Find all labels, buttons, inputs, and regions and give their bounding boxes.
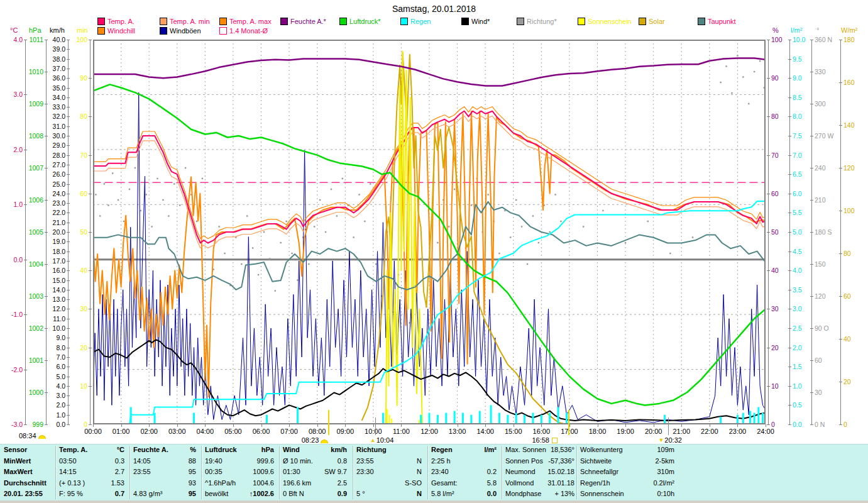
x-axis-label: 02:00	[140, 428, 158, 435]
axis-tick-label: 7.5	[793, 133, 802, 140]
axis-tick-label: 37.0	[41, 65, 65, 72]
axis-tick-label: 1.0	[793, 383, 802, 390]
legend-item-regen: Regen	[400, 18, 431, 25]
legend-label: Luftdruck*	[349, 18, 381, 25]
axis-tick	[67, 165, 70, 165]
table-row: Max. Sonnen18,536°	[505, 445, 574, 456]
series-regen-balken	[549, 413, 551, 424]
table-cell-value: °C	[117, 445, 124, 456]
table-cell-label: Vollmond	[505, 478, 534, 489]
x-axis-label: 18:00	[589, 428, 607, 435]
legend-label: 1.4 Monat-Ø	[229, 27, 268, 35]
table-cell-value: 93	[189, 478, 196, 489]
axis-tick-label: 33.0	[41, 104, 65, 111]
axis-tick-label: 0.0	[793, 421, 802, 428]
axis-tick-label: 1005	[19, 229, 43, 236]
table-row: 23:5595	[133, 467, 196, 478]
axis-tick	[839, 339, 842, 340]
table-row: Richtung	[356, 445, 422, 456]
marker-sunrise: 08:23	[302, 436, 329, 444]
axis-tick	[788, 59, 791, 60]
series-richtung	[224, 253, 225, 254]
series-richtung	[146, 194, 147, 195]
axis-tick	[67, 252, 70, 252]
table-cell-value: 0.8	[338, 456, 347, 467]
series-richtung	[157, 178, 158, 179]
series-richtung	[370, 183, 371, 184]
marker-time: 20:32	[664, 436, 682, 444]
axis-tick-label: 25.0	[41, 181, 65, 188]
x-axis-label: 21:00	[673, 428, 690, 435]
series-richtung	[140, 210, 141, 211]
series-richtung	[168, 215, 169, 216]
axis-tick	[89, 270, 92, 271]
axis-tick	[67, 174, 70, 175]
series-richtung	[692, 236, 693, 238]
series-richtung	[448, 226, 449, 227]
axis-tick-label: 0 N	[815, 421, 825, 428]
table-cell-label: Luftdruck	[205, 445, 237, 456]
x-axis-tick	[710, 424, 710, 427]
series-richtung	[291, 253, 292, 254]
axis-tick-label: 4.0	[41, 383, 65, 390]
axis-tick	[788, 136, 791, 136]
axis-tick	[839, 125, 842, 126]
axis-tick	[810, 168, 813, 169]
series-regen-balken	[558, 407, 559, 424]
axis-tick	[767, 424, 770, 425]
table-cell-label: Neumond	[505, 467, 536, 478]
series-regen-balken	[297, 407, 299, 424]
axis-tick	[810, 200, 813, 201]
axis-tick-label: 80	[771, 113, 779, 120]
axis-tick-label: 30.0	[41, 133, 65, 140]
axis-tick-label: 80	[63, 113, 87, 120]
axis-tick	[839, 382, 842, 382]
axis-tick-label: 90	[63, 75, 87, 82]
series-richtung	[454, 189, 455, 190]
series-regen-balken	[490, 405, 492, 424]
table-cell-label: Mondphase	[505, 489, 542, 500]
series-regen-balken	[566, 413, 568, 424]
table-column-astro: Max. Sonnen18,536°Sonnen Pos-57,336°Neum…	[505, 445, 574, 500]
table-cell-value: %	[190, 445, 196, 456]
axis-tick-label: 20	[771, 345, 779, 351]
series-richtung	[487, 194, 488, 195]
series-richtung	[319, 199, 321, 201]
table-column-richtung: Richtung23:55N23:30NS-SO5 °N	[356, 445, 422, 500]
series-richtung	[669, 253, 671, 254]
series-richtung	[151, 226, 152, 227]
table-row: 19:40999.6	[205, 456, 274, 467]
series-richtung	[353, 236, 354, 238]
axis-tick	[810, 296, 813, 297]
axis-unit-kmh: km/h	[50, 26, 65, 34]
legend-swatch-icon	[339, 18, 347, 25]
table-cell-value: 2.5	[338, 478, 347, 489]
axis-tick-label: 60	[815, 357, 822, 364]
table-cell-value: 0.9	[338, 489, 347, 500]
series-regen-balken	[437, 415, 439, 424]
series-richtung	[554, 194, 556, 195]
axis-tick-label: 8.0	[793, 113, 802, 120]
table-cell-value: 0:10h	[657, 489, 674, 500]
axis-tick-label: 330	[815, 69, 826, 75]
table-cell-label: 03:50	[59, 456, 77, 467]
axis-tick	[839, 253, 842, 254]
table-cell-value: 310m	[657, 467, 674, 478]
legend-swatch-icon	[160, 27, 167, 35]
series-regen-balken	[193, 413, 195, 424]
marker-time: 16:58	[532, 436, 549, 444]
axis-tick	[67, 395, 70, 396]
table-cell-value: 18,536°	[551, 445, 574, 456]
axis-tick-label: 2.0	[793, 345, 802, 351]
legend-label: Feuchte A.*	[290, 18, 326, 25]
marker-sunset: 16:58	[532, 436, 558, 444]
series-richtung	[498, 253, 500, 254]
axis-tick-label: 8.5	[793, 94, 802, 101]
table-cell-value: 2.7	[115, 467, 124, 478]
series-regen-balken	[382, 413, 384, 424]
table-cell-label: 20.01. 23:55	[4, 489, 43, 500]
series-richtung	[549, 231, 551, 233]
marker-time: 10:04	[376, 436, 394, 444]
table-row: Wolkenunterg109m	[580, 445, 674, 456]
series-richtung	[325, 231, 326, 233]
